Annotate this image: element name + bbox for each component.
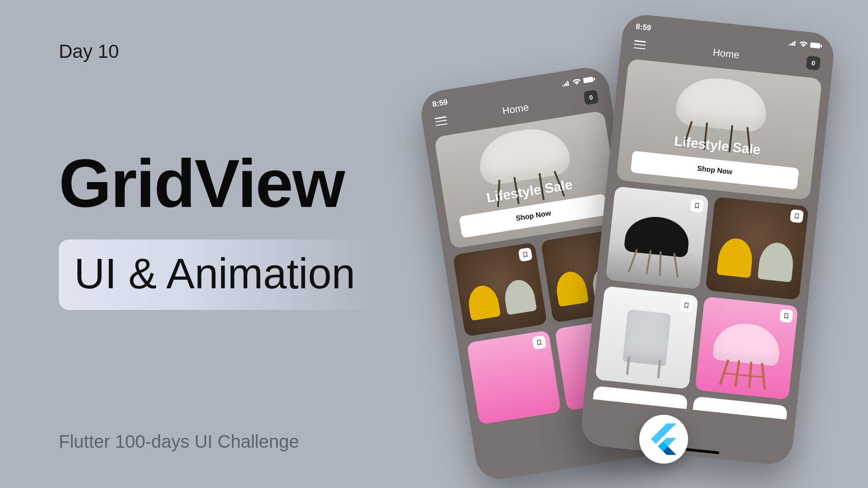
- flutter-logo-badge: [639, 415, 688, 464]
- menu-icon[interactable]: [633, 40, 646, 50]
- bookmark-icon[interactable]: [779, 309, 793, 323]
- wifi-icon: [799, 41, 808, 47]
- product-tile-partial[interactable]: [593, 386, 688, 409]
- product-tile[interactable]: [605, 186, 709, 290]
- nav-title: Home: [712, 47, 740, 61]
- signal-icon: [788, 40, 797, 46]
- flutter-logo-icon: [651, 423, 677, 455]
- bookmark-icon[interactable]: [679, 299, 693, 313]
- svg-rect-1: [594, 78, 595, 80]
- phone-mockups: 8:59 Home 0 Lifestyle Sale Shop Now: [524, 27, 805, 461]
- product-tile[interactable]: [467, 330, 561, 425]
- nav-title: Home: [501, 101, 529, 117]
- headline: GridView: [59, 145, 344, 223]
- hero-card[interactable]: Lifestyle Sale Shop Now: [434, 110, 621, 249]
- shop-now-button[interactable]: Shop Now: [631, 151, 799, 190]
- wifi-icon: [572, 79, 581, 85]
- product-tile-partial[interactable]: [693, 396, 788, 420]
- product-tile[interactable]: [453, 242, 547, 337]
- product-grid: [584, 185, 818, 421]
- bookmark-icon[interactable]: [690, 199, 704, 213]
- svg-rect-2: [810, 42, 821, 48]
- svg-rect-0: [583, 76, 594, 83]
- product-tile[interactable]: [595, 286, 698, 389]
- svg-rect-3: [821, 45, 822, 47]
- battery-icon: [583, 76, 595, 84]
- product-tile[interactable]: [705, 197, 809, 300]
- cart-badge[interactable]: 0: [806, 56, 821, 70]
- bookmark-icon[interactable]: [790, 209, 804, 223]
- status-time: 8:59: [635, 22, 651, 33]
- challenge-footer: Flutter 100-days UI Challenge: [59, 432, 299, 452]
- sub-headline-pill: UI & Animation: [59, 239, 378, 310]
- signal-icon: [561, 80, 571, 87]
- bookmark-icon[interactable]: [532, 335, 547, 350]
- bookmark-icon[interactable]: [518, 247, 533, 262]
- day-label: Day 10: [59, 41, 119, 62]
- battery-icon: [810, 42, 822, 49]
- phone-mock-front: 8:59 Home 0 Lifestyle Sale Shop Now: [579, 13, 836, 466]
- menu-icon[interactable]: [434, 116, 447, 126]
- product-tile[interactable]: [695, 296, 798, 400]
- hero-card[interactable]: Lifestyle Sale Shop Now: [616, 59, 822, 200]
- cart-badge[interactable]: 0: [583, 89, 599, 105]
